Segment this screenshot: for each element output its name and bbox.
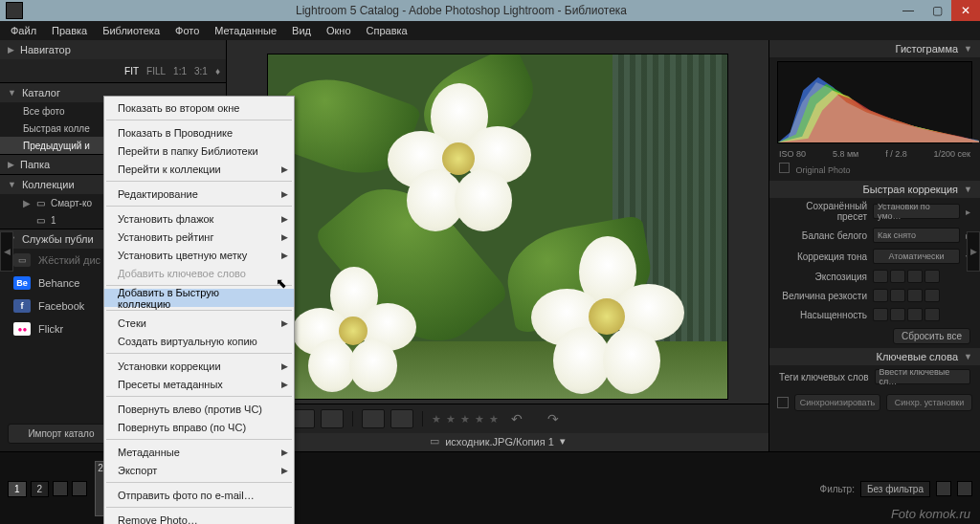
- checkbox-icon[interactable]: [779, 163, 790, 173]
- fs-view-2[interactable]: 2: [31, 481, 50, 497]
- context-menu-item[interactable]: Пресеты метаданных▶: [104, 375, 294, 393]
- rating-stars[interactable]: ★ ★ ★ ★ ★: [432, 413, 500, 426]
- stepper-button[interactable]: [873, 270, 888, 283]
- catalog-quick-label: Быстрая колле: [23, 123, 90, 134]
- stepper-button[interactable]: [890, 289, 905, 302]
- context-menu-item[interactable]: Создать виртуальную копию: [104, 332, 294, 350]
- menu-view[interactable]: Вид: [285, 23, 318, 38]
- zoom-fill[interactable]: FILL: [146, 66, 166, 76]
- fs-grid-button[interactable]: [53, 481, 68, 496]
- right-panel-grip[interactable]: ▶: [967, 231, 980, 272]
- photo-caption-text: исходник.JPG/Копия 1: [445, 436, 554, 448]
- qd-preset-select[interactable]: Установки по умо…: [873, 204, 960, 219]
- photo-caption: ▭ исходник.JPG/Копия 1 ▾: [227, 433, 768, 451]
- context-menu-item[interactable]: Установки коррекции▶: [104, 357, 294, 375]
- qd-clarity-label: Величина резкости: [779, 291, 867, 301]
- stepper-button[interactable]: [924, 270, 940, 283]
- separator: [106, 310, 292, 311]
- filter-select[interactable]: Без фильтра: [860, 481, 930, 497]
- survey-view-button[interactable]: [321, 409, 344, 428]
- app-icon: [6, 2, 23, 19]
- qd-exposure-steppers: [873, 270, 940, 283]
- context-menu-item[interactable]: Добавить в Быструю коллекцию: [104, 289, 294, 307]
- publish-flickr-label: Flickr: [38, 323, 63, 335]
- navigator-header[interactable]: ▶ Навигатор: [0, 40, 226, 59]
- stepper-button[interactable]: [907, 289, 923, 302]
- cursor-icon: ⬉: [276, 275, 287, 291]
- rotate-buttons[interactable]: ↶ ↷: [511, 411, 565, 426]
- stepper-button[interactable]: [907, 270, 923, 283]
- chevron-right-icon[interactable]: ▸: [966, 207, 970, 217]
- close-button[interactable]: ✕: [951, 0, 980, 21]
- window-buttons: — ▢ ✕: [894, 0, 980, 21]
- minimize-button[interactable]: —: [894, 0, 923, 21]
- sync-checkbox[interactable]: [777, 397, 789, 408]
- context-menu-item[interactable]: Повернуть влево (против ЧС): [104, 400, 294, 418]
- separator: [106, 120, 292, 120]
- zoom-fit[interactable]: FIT: [124, 66, 139, 76]
- context-menu-item[interactable]: Повернуть вправо (по ЧС): [104, 418, 294, 436]
- qd-reset-button[interactable]: Сбросить все: [893, 328, 970, 344]
- sync-button[interactable]: Синхронизировать: [794, 394, 880, 411]
- separator: [106, 353, 292, 354]
- flag-pick-button[interactable]: [362, 409, 385, 428]
- photo-preview[interactable]: [267, 54, 728, 400]
- filter-lock-button[interactable]: [957, 481, 972, 496]
- menu-window[interactable]: Окно: [320, 23, 358, 38]
- qd-preset-label: Сохранённый пресет: [779, 201, 867, 222]
- menu-library[interactable]: Библиотека: [96, 23, 167, 38]
- menu-help[interactable]: Справка: [360, 23, 414, 38]
- context-menu-item[interactable]: Редактирование▶: [104, 185, 294, 203]
- stepper-button[interactable]: [890, 270, 905, 283]
- submenu-arrow-icon: ▶: [281, 361, 288, 371]
- qd-tone-label: Коррекция тона: [779, 251, 867, 262]
- zoom-stepper-icon[interactable]: ♦: [215, 66, 220, 76]
- histogram-header[interactable]: Гистограмма ▼: [769, 40, 980, 57]
- navigator-label: Навигатор: [20, 44, 71, 55]
- compare-view-button[interactable]: [292, 409, 315, 428]
- qd-exposure-label: Экспозиция: [779, 272, 867, 282]
- context-menu-item[interactable]: Установить флажок▶: [104, 209, 294, 228]
- context-menu-item[interactable]: Установить цветную метку▶: [104, 246, 294, 264]
- stepper-button[interactable]: [890, 308, 905, 321]
- menu-edit[interactable]: Правка: [45, 23, 94, 38]
- stepper-button[interactable]: [907, 308, 923, 321]
- histogram[interactable]: [777, 61, 972, 143]
- context-menu-item[interactable]: Remove Photo…: [104, 511, 294, 524]
- context-menu-item[interactable]: Перейти в папку Библиотеки: [104, 142, 294, 160]
- sync-settings-button[interactable]: Синхр. установки: [886, 394, 972, 411]
- behance-icon: Be: [13, 276, 31, 290]
- context-menu-item[interactable]: Метаданные▶: [104, 443, 294, 461]
- zoom-3-1[interactable]: 3:1: [194, 66, 208, 76]
- qd-wb-select[interactable]: Как снято: [873, 228, 960, 243]
- stepper-button[interactable]: [873, 308, 888, 321]
- qd-auto-tone-button[interactable]: Атоматически: [873, 249, 960, 264]
- stepper-button[interactable]: [924, 308, 940, 321]
- zoom-1-1[interactable]: 1:1: [173, 66, 187, 76]
- filter-flag-button[interactable]: [936, 481, 951, 496]
- maximize-button[interactable]: ▢: [923, 0, 951, 21]
- context-menu-item[interactable]: Экспорт▶: [104, 461, 294, 479]
- context-menu-item[interactable]: Показать во втором окне: [104, 98, 294, 117]
- chevron-down-icon: ▼: [8, 180, 16, 189]
- fs-view-1[interactable]: 1: [8, 481, 27, 497]
- fs-grid-button[interactable]: [72, 481, 87, 496]
- menu-file[interactable]: Файл: [4, 23, 43, 38]
- context-menu-item[interactable]: Перейти к коллекции▶: [104, 160, 294, 178]
- menu-photo[interactable]: Фото: [168, 23, 206, 38]
- menu-metadata[interactable]: Метаданные: [208, 23, 283, 38]
- context-menu-item[interactable]: Установить рейтинг▶: [104, 228, 294, 246]
- stepper-button[interactable]: [924, 289, 940, 302]
- submenu-arrow-icon: ▶: [281, 251, 288, 260]
- context-menu-item[interactable]: Стеки▶: [104, 314, 294, 332]
- separator: [422, 411, 423, 426]
- keywords-header[interactable]: Ключевые слова ▼: [769, 348, 980, 365]
- keywords-input[interactable]: Ввести ключевые сл…: [875, 369, 970, 384]
- context-menu-item[interactable]: Показать в Проводнике: [104, 123, 294, 142]
- stepper-button[interactable]: [873, 289, 888, 302]
- import-button[interactable]: Импорт катало: [8, 424, 115, 444]
- context-menu-item[interactable]: Отправить фото по e-mail…: [104, 486, 294, 504]
- quickdev-header[interactable]: Быстрая коррекция ▼: [769, 181, 980, 198]
- caption-dropdown-icon[interactable]: ▾: [560, 435, 566, 448]
- flag-reject-button[interactable]: [390, 409, 413, 428]
